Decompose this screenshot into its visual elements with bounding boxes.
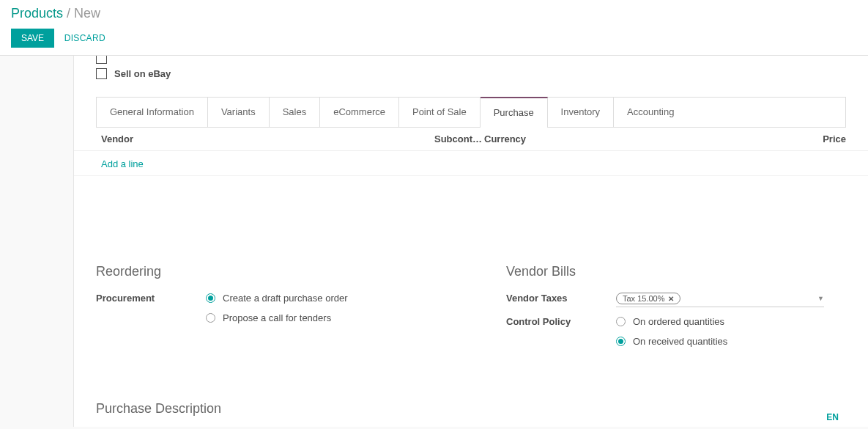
tax-tag-remove-icon[interactable]: ✕ xyxy=(668,295,674,303)
breadcrumb-root[interactable]: Products xyxy=(11,6,63,21)
purchase-desc-title: Purchase Description xyxy=(96,401,846,417)
top-checkboxes: Can be Rented Sell on eBay xyxy=(74,56,868,97)
control-policy-label: Control Policy xyxy=(506,316,616,356)
vendor-bills-section: Vendor Bills Vendor Taxes Tax 15.00% ✕ ▼ xyxy=(506,264,846,364)
tax-tag[interactable]: Tax 15.00% ✕ xyxy=(616,293,680,304)
procurement-label: Procurement xyxy=(96,293,206,332)
radio-tenders-label[interactable]: Propose a call for tenders xyxy=(223,312,331,323)
control-policy-value: On ordered quantities On received quanti… xyxy=(616,316,846,356)
col-currency: Currency xyxy=(484,133,809,144)
check-row-ebay: Sell on eBay xyxy=(96,68,846,79)
discard-button[interactable]: DISCARD xyxy=(64,33,105,43)
radio-received[interactable] xyxy=(616,337,626,346)
tabs-bar: General Information Variants Sales eComm… xyxy=(96,97,846,128)
tab-accounting[interactable]: Accounting xyxy=(614,98,687,127)
content-wrap: Can be Rented Sell on eBay General Infor… xyxy=(0,56,868,427)
header-actions: SAVE DISCARD xyxy=(11,29,857,55)
vendor-table-body: Add a line xyxy=(74,151,868,176)
ebay-checkbox[interactable] xyxy=(96,68,107,79)
vendor-taxes-row: Vendor Taxes Tax 15.00% ✕ ▼ xyxy=(506,293,846,307)
ebay-label[interactable]: Sell on eBay xyxy=(114,68,171,79)
vendor-taxes-label: Vendor Taxes xyxy=(506,293,616,307)
tab-purchase[interactable]: Purchase xyxy=(481,97,548,127)
radio-received-row: On received quantities xyxy=(616,336,846,347)
page-header: Products / New SAVE DISCARD xyxy=(0,0,868,56)
tab-variants[interactable]: Variants xyxy=(208,98,270,127)
rented-checkbox[interactable] xyxy=(96,56,107,64)
radio-ordered[interactable] xyxy=(616,317,626,326)
vendor-table: Vendor Subcontr… Currency Price Add a li… xyxy=(74,128,868,176)
col-subcontr: Subcontr… xyxy=(434,133,484,144)
vendor-taxes-value: Tax 15.00% ✕ ▼ xyxy=(616,293,846,307)
save-button[interactable]: SAVE xyxy=(11,29,54,48)
radio-received-label[interactable]: On received quantities xyxy=(633,336,727,347)
sections: Reordering Procurement Create a draft pu… xyxy=(74,176,868,379)
check-row-rented: Can be Rented xyxy=(96,56,846,64)
add-line-link[interactable]: Add a line xyxy=(101,158,144,169)
procurement-row: Procurement Create a draft purchase orde… xyxy=(96,293,462,332)
chevron-down-icon: ▼ xyxy=(817,295,824,302)
radio-draft-po-label[interactable]: Create a draft purchase order xyxy=(223,293,348,304)
radio-draft-po[interactable] xyxy=(206,293,215,303)
procurement-value: Create a draft purchase order Propose a … xyxy=(206,293,462,332)
tab-pos[interactable]: Point of Sale xyxy=(399,98,481,127)
tax-tag-field[interactable]: Tax 15.00% ✕ ▼ xyxy=(616,293,824,307)
radio-tenders-row: Propose a call for tenders xyxy=(206,312,462,323)
vendor-table-header: Vendor Subcontr… Currency Price xyxy=(74,128,868,151)
tab-general[interactable]: General Information xyxy=(97,98,208,127)
breadcrumb: Products / New xyxy=(11,6,857,21)
tab-ecommerce[interactable]: eCommerce xyxy=(320,98,399,127)
lang-badge[interactable]: EN xyxy=(826,412,839,422)
breadcrumb-sep: / xyxy=(67,6,70,21)
purchase-desc-section: Purchase Description EN xyxy=(74,379,868,427)
col-price: Price xyxy=(809,133,846,144)
tab-inventory[interactable]: Inventory xyxy=(548,98,614,127)
radio-draft-po-row: Create a draft purchase order xyxy=(206,293,462,304)
reordering-section: Reordering Procurement Create a draft pu… xyxy=(96,264,462,364)
breadcrumb-current: New xyxy=(74,6,100,21)
tax-tag-text: Tax 15.00% xyxy=(623,294,664,303)
radio-ordered-label[interactable]: On ordered quantities xyxy=(633,316,724,327)
reordering-title: Reordering xyxy=(96,264,462,279)
form-sheet: Can be Rented Sell on eBay General Infor… xyxy=(73,56,868,427)
radio-ordered-row: On ordered quantities xyxy=(616,316,846,327)
control-policy-row: Control Policy On ordered quantities On … xyxy=(506,316,846,356)
radio-tenders[interactable] xyxy=(206,313,215,323)
col-vendor: Vendor xyxy=(101,133,434,144)
vendor-bills-title: Vendor Bills xyxy=(506,264,846,279)
tab-sales[interactable]: Sales xyxy=(270,98,321,127)
